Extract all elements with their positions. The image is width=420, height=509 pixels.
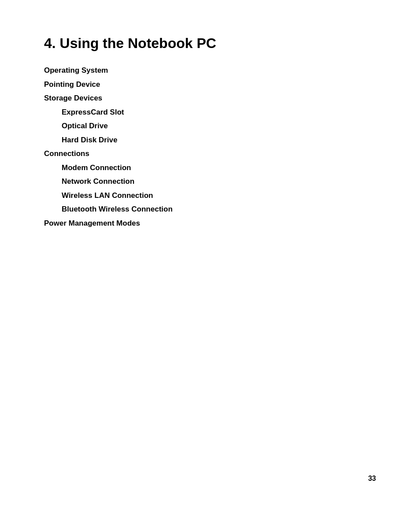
toc-item-8[interactable]: Network Connection — [44, 176, 376, 187]
toc-item-2[interactable]: Storage Devices — [44, 93, 376, 104]
toc-item-0[interactable]: Operating System — [44, 65, 376, 76]
toc-container: Operating SystemPointing DeviceStorage D… — [44, 65, 376, 229]
chapter-title: 4. Using the Notebook PC — [44, 35, 376, 52]
page-number: 33 — [368, 475, 376, 483]
toc-item-7[interactable]: Modem Connection — [44, 162, 376, 174]
toc-item-3[interactable]: ExpressCard Slot — [44, 107, 376, 118]
page-content: 4. Using the Notebook PC Operating Syste… — [0, 0, 420, 255]
toc-item-11[interactable]: Power Management Modes — [44, 218, 376, 229]
toc-item-10[interactable]: Bluetooth Wireless Connection — [44, 204, 376, 215]
toc-item-5[interactable]: Hard Disk Drive — [44, 134, 376, 146]
toc-item-4[interactable]: Optical Drive — [44, 120, 376, 132]
toc-item-1[interactable]: Pointing Device — [44, 79, 376, 90]
toc-item-6[interactable]: Connections — [44, 148, 376, 160]
toc-item-9[interactable]: Wireless LAN Connection — [44, 190, 376, 201]
